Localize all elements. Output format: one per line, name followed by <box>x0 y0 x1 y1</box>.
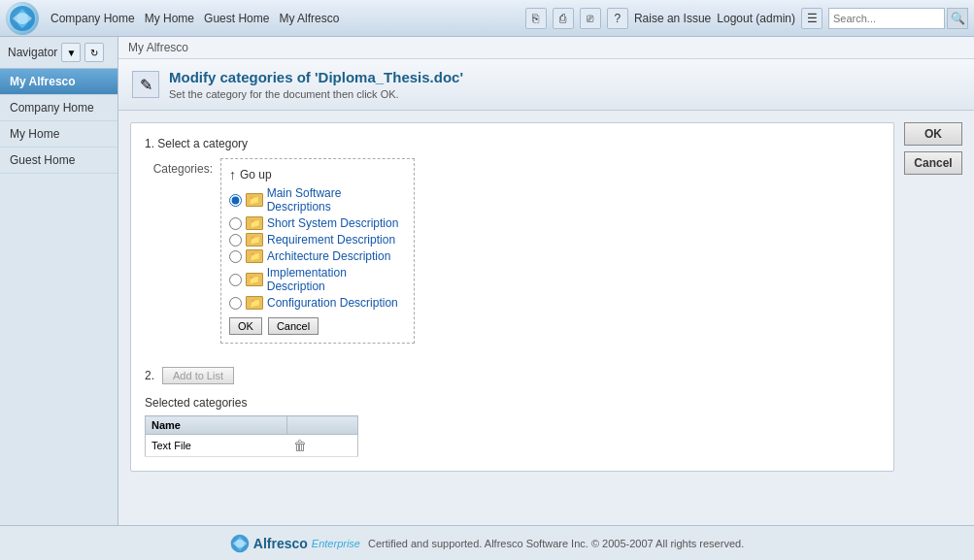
footer-brand-suffix: Enterprise <box>312 538 360 549</box>
footer-logo: Alfresco Enterprise <box>230 534 360 553</box>
nav-my-home[interactable]: My Home <box>141 10 198 27</box>
sidebar-item-my-home[interactable]: My Home <box>0 121 118 148</box>
page-header: ✎ Modify categories of 'Diploma_Thesis.d… <box>118 59 974 111</box>
cat-radio-1[interactable] <box>229 217 242 230</box>
sidebar-nav-down[interactable]: ▼ <box>61 43 81 62</box>
page-header-icon: ✎ <box>132 71 159 98</box>
selected-categories-table: Name Text File 🗑 <box>145 415 358 457</box>
topbar-icon-2[interactable]: ⎙ <box>553 8 574 29</box>
folder-icon-5: 📁 <box>246 296 263 310</box>
cat-item-0: 📁 Main Software Descriptions <box>229 186 406 214</box>
help-icon[interactable]: ? <box>607 8 628 29</box>
cat-item-5: 📁 Configuration Description <box>229 296 406 310</box>
sidebar: Navigator ▼ ↻ My Alfresco Company Home M… <box>0 37 118 525</box>
app-logo <box>6 2 39 35</box>
table-row: Text File 🗑 <box>146 435 358 457</box>
table-header-name: Name <box>146 416 287 435</box>
sidebar-header-label: Navigator <box>8 46 57 59</box>
add-to-list-button[interactable]: Add to List <box>162 367 234 384</box>
cat-label-2[interactable]: Requirement Description <box>267 233 395 247</box>
sidebar-item-company-home[interactable]: Company Home <box>0 95 118 121</box>
cat-label-4[interactable]: Implementation Description <box>267 266 406 293</box>
dialog-main: 1. Select a category Categories: ↑ Go up… <box>130 122 894 472</box>
page-title: Modify categories of 'Diploma_Thesis.doc… <box>169 69 463 85</box>
content-area: My Alfresco ✎ Modify categories of 'Dipl… <box>118 37 974 525</box>
topbar-icon-3[interactable]: ⎚ <box>580 8 601 29</box>
footer: Alfresco Enterprise Certified and suppor… <box>0 525 974 560</box>
categories-label: Categories: <box>145 158 213 176</box>
cat-radio-4[interactable] <box>229 274 242 286</box>
cat-radio-5[interactable] <box>229 297 242 310</box>
inner-ok-button[interactable]: OK <box>229 317 262 335</box>
folder-icon-1: 📁 <box>246 216 263 230</box>
go-up-item[interactable]: ↑ Go up <box>229 167 406 182</box>
topbar-actions: ⎘ ⎙ ⎚ ? Raise an Issue Logout (admin) ☰ … <box>525 8 968 29</box>
cancel-button[interactable]: Cancel <box>904 151 962 175</box>
logout-link[interactable]: Logout (admin) <box>717 12 795 25</box>
nav-guest-home[interactable]: Guest Home <box>200 10 273 27</box>
footer-brand: Alfresco <box>253 536 308 551</box>
cat-radio-3[interactable] <box>229 250 242 263</box>
folder-icon-3: 📁 <box>246 249 263 263</box>
sidebar-item-my-alfresco[interactable]: My Alfresco <box>0 69 118 95</box>
dialog-area: 1. Select a category Categories: ↑ Go up… <box>118 111 974 483</box>
folder-icon-0: 📁 <box>246 193 263 207</box>
menu-icon[interactable]: ☰ <box>801 8 823 29</box>
sidebar-nav-list: My Alfresco Company Home My Home Guest H… <box>0 69 118 174</box>
main-layout: Navigator ▼ ↻ My Alfresco Company Home M… <box>0 37 974 525</box>
search-button[interactable]: 🔍 <box>947 8 968 29</box>
cat-item-2: 📁 Requirement Description <box>229 233 406 247</box>
nav-company-home[interactable]: Company Home <box>47 10 139 27</box>
sidebar-refresh[interactable]: ↻ <box>84 43 104 62</box>
breadcrumb: My Alfresco <box>118 37 974 59</box>
cat-item-3: 📁 Architecture Description <box>229 249 406 263</box>
topbar-nav: Company Home My Home Guest Home My Alfre… <box>47 10 525 27</box>
ok-button[interactable]: OK <box>904 122 962 146</box>
table-cell-name: Text File <box>146 435 287 457</box>
cat-item-4: 📁 Implementation Description <box>229 266 406 293</box>
footer-copyright: Certified and supported. Alfresco Softwa… <box>368 538 744 549</box>
search-box: 🔍 <box>828 8 968 29</box>
cat-label-1[interactable]: Short System Description <box>267 216 398 230</box>
cat-radio-2[interactable] <box>229 234 242 247</box>
delete-icon[interactable]: 🗑 <box>293 438 307 453</box>
folder-icon-4: 📁 <box>246 273 263 286</box>
footer-logo-icon <box>230 534 250 553</box>
cat-label-3[interactable]: Architecture Description <box>267 249 390 263</box>
page-subtitle: Set the category for the document then c… <box>169 88 463 100</box>
table-header-action <box>287 416 358 435</box>
inner-cancel-button[interactable]: Cancel <box>268 317 319 335</box>
dialog-buttons: OK Cancel <box>904 122 962 472</box>
cat-label-5[interactable]: Configuration Description <box>267 296 398 310</box>
raise-issue-link[interactable]: Raise an Issue <box>634 12 711 25</box>
step2-label: 2. <box>145 369 154 382</box>
topbar-icon-1[interactable]: ⎘ <box>525 8 547 29</box>
sidebar-header: Navigator ▼ ↻ <box>0 37 118 69</box>
step1-label: 1. Select a category <box>145 137 880 150</box>
go-up-label: Go up <box>240 168 272 181</box>
topbar: Company Home My Home Guest Home My Alfre… <box>0 0 974 37</box>
cat-radio-0[interactable] <box>229 194 242 207</box>
step2-row: 2. Add to List <box>145 367 880 384</box>
table-cell-delete: 🗑 <box>287 435 358 457</box>
page-header-text: Modify categories of 'Diploma_Thesis.doc… <box>169 69 463 100</box>
nav-my-alfresco[interactable]: My Alfresco <box>275 10 343 27</box>
inner-buttons: OK Cancel <box>229 317 406 335</box>
category-box: ↑ Go up 📁 Main Software Descriptions 📁 <box>220 158 415 344</box>
go-up-arrow-icon: ↑ <box>229 167 236 182</box>
cat-item-1: 📁 Short System Description <box>229 216 406 230</box>
categories-row: Categories: ↑ Go up 📁 Main Software Desc… <box>145 158 880 355</box>
search-input[interactable] <box>828 8 945 29</box>
selected-categories-title: Selected categories <box>145 396 880 410</box>
folder-icon-2: 📁 <box>246 233 263 247</box>
cat-label-0[interactable]: Main Software Descriptions <box>267 186 406 214</box>
sidebar-item-guest-home[interactable]: Guest Home <box>0 148 118 174</box>
